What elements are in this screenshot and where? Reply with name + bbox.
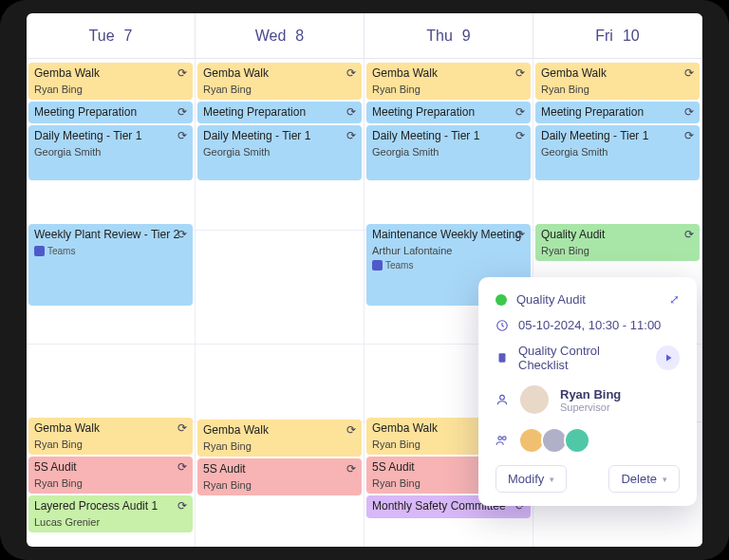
event-daily-meeting[interactable]: Daily Meeting - Tier 1 Georgia Smith ⟳ [366,125,531,180]
event-owner: Georgia Smith [372,145,525,159]
event-title: Meeting Preparation [34,105,187,121]
clipboard-icon [495,351,509,364]
event-title: Gemba Walk [203,423,356,439]
event-gemba-walk[interactable]: Gemba Walk Ryan Bing ⟳ [535,63,700,100]
repeat-icon: ⟳ [684,105,694,121]
day-column-wed[interactable]: Gemba Walk Ryan Bing ⟳ Meeting Preparati… [196,59,364,547]
event-owner: Ryan Bing [203,439,356,453]
event-meeting-prep[interactable]: Meeting Preparation ⟳ [197,102,362,124]
event-title: 5S Audit [203,462,356,477]
event-title: Gemba Walk [372,66,525,82]
owner-name: Ryan Bing [560,387,621,401]
event-title: Gemba Walk [34,421,187,437]
popover-owner-row: Ryan Bing Supervisor [495,383,680,416]
svg-point-2 [500,395,505,400]
event-gemba-walk[interactable]: Gemba Walk Ryan Bing ⟳ [366,63,531,100]
event-daily-meeting[interactable]: Daily Meeting - Tier 1 Georgia Smith ⟳ [535,125,700,180]
expand-icon[interactable]: ⤢ [669,292,680,307]
popover-attendees-row [495,427,680,454]
event-daily-meeting[interactable]: Daily Meeting - Tier 1 Georgia Smith ⟳ [197,125,362,180]
people-icon [495,434,509,447]
day-header-fri[interactable]: Fri 10 [533,13,702,58]
day-dow: Tue [89,28,115,45]
day-dow: Wed [255,28,287,45]
event-title: Quality Audit [541,228,694,243]
event-meeting-prep[interactable]: Meeting Preparation ⟳ [28,102,193,124]
event-owner: Ryan Bing [203,478,356,492]
repeat-icon: ⟳ [515,129,525,144]
event-gemba-walk[interactable]: Gemba Walk Ryan Bing ⟳ [197,63,362,100]
delete-button[interactable]: Delete ▾ [608,465,680,493]
popover-checklist: Quality Control Checklist [518,344,646,372]
delete-label: Delete [621,472,657,486]
event-title: Meeting Preparation [203,105,356,121]
day-num: 8 [295,28,304,45]
event-owner: Arthur Lafontaine [372,244,525,257]
event-owner: Georgia Smith [203,145,356,159]
event-5s-audit[interactable]: 5S Audit Ryan Bing ⟳ [197,458,362,495]
repeat-icon: ⟳ [178,228,187,243]
event-meeting-prep[interactable]: Meeting Preparation ⟳ [366,102,531,124]
modify-button[interactable]: Modify ▾ [495,465,567,493]
popover-header: Quality Audit ⤢ [495,292,680,307]
event-owner: Georgia Smith [34,145,187,159]
repeat-icon: ⟳ [346,105,356,121]
day-num: 9 [462,28,471,45]
popover-checklist-row: Quality Control Checklist [495,344,680,372]
event-meeting-prep[interactable]: Meeting Preparation ⟳ [535,102,700,124]
clock-icon [495,319,509,332]
popover-actions: Modify ▾ Delete ▾ [495,465,680,493]
event-title: Gemba Walk [203,66,356,82]
day-num: 7 [124,28,133,45]
chevron-down-icon: ▾ [550,475,554,484]
modify-label: Modify [508,472,544,486]
event-title: 5S Audit [34,460,187,476]
event-owner: Ryan Bing [34,476,187,490]
event-daily-meeting[interactable]: Daily Meeting - Tier 1 Georgia Smith ⟳ [28,125,193,180]
popover-datetime-row: 05-10-2024, 10:30 - 11:00 [495,318,680,332]
event-layered-process-audit[interactable]: Layered Process Audit 1 Lucas Grenier ⟳ [28,495,193,532]
event-owner: Ryan Bing [34,83,187,96]
event-weekly-plant-review[interactable]: Weekly Plant Review - Tier 2 Teams ⟳ [28,224,193,306]
repeat-icon: ⟳ [684,129,694,144]
attendee-avatar[interactable] [564,427,590,454]
repeat-icon: ⟳ [346,423,356,439]
repeat-icon: ⟳ [515,228,525,243]
day-column-tue[interactable]: Gemba Walk Ryan Bing ⟳ Meeting Preparati… [27,59,196,547]
popover-datetime: 05-10-2024, 10:30 - 11:00 [518,318,661,332]
event-gemba-walk[interactable]: Gemba Walk Ryan Bing ⟳ [197,420,362,457]
day-num: 10 [623,28,640,45]
event-gemba-walk[interactable]: Gemba Walk Ryan Bing ⟳ [28,63,193,100]
calendar-screen: Tue 7 Wed 8 Thu 9 Fri 10 Gemb [27,13,702,547]
calendar-header: Tue 7 Wed 8 Thu 9 Fri 10 [27,13,702,59]
day-header-tue[interactable]: Tue 7 [27,13,196,58]
day-header-wed[interactable]: Wed 8 [196,13,364,58]
repeat-icon: ⟳ [178,66,187,82]
teams-badge: Teams [372,259,413,271]
event-quality-audit[interactable]: Quality Audit Ryan Bing ⟳ [535,224,700,261]
repeat-icon: ⟳ [684,66,694,82]
event-title: Weekly Plant Review - Tier 2 [34,228,187,243]
svg-point-3 [498,437,502,440]
event-gemba-walk[interactable]: Gemba Walk Ryan Bing ⟳ [28,418,193,455]
day-dow: Thu [426,28,453,45]
play-button[interactable] [656,345,680,370]
chevron-down-icon: ▾ [663,475,667,484]
event-5s-audit[interactable]: 5S Audit Ryan Bing ⟳ [28,457,193,494]
calendar-body[interactable]: Gemba Walk Ryan Bing ⟳ Meeting Preparati… [27,59,702,547]
owner-avatar [518,383,551,416]
repeat-icon: ⟳ [346,129,356,144]
event-owner: Ryan Bing [203,83,356,96]
event-title: Meeting Preparation [372,105,525,121]
day-dow: Fri [595,28,613,45]
event-title: Layered Process Audit 1 [34,499,187,514]
day-header-thu[interactable]: Thu 9 [364,13,533,58]
event-title: Meeting Preparation [541,105,694,121]
person-icon [495,393,509,406]
event-title: Gemba Walk [34,66,187,82]
event-title: Daily Meeting - Tier 1 [372,129,525,144]
repeat-icon: ⟳ [178,460,187,476]
repeat-icon: ⟳ [515,105,525,121]
event-title: Daily Meeting - Tier 1 [541,129,694,144]
popover-title: Quality Audit [516,292,586,307]
